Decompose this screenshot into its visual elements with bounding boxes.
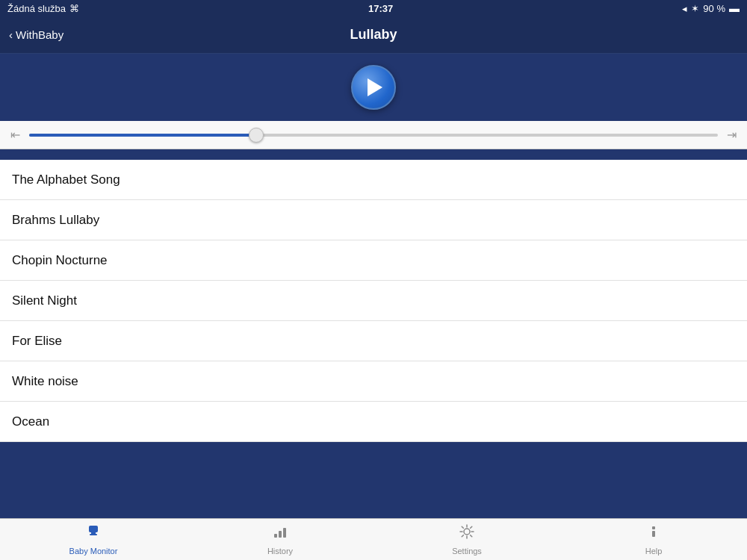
tab-settings[interactable]: Settings xyxy=(374,519,560,560)
song-item[interactable]: Silent Night xyxy=(0,281,747,321)
bottom-blue-area xyxy=(0,442,747,518)
tab-settings-label: Settings xyxy=(452,547,482,556)
song-item[interactable]: The Alphabet Song xyxy=(0,160,747,200)
history-icon xyxy=(272,523,288,544)
help-icon xyxy=(645,523,662,544)
play-triangle-icon xyxy=(368,78,382,96)
song-title: Silent Night xyxy=(12,293,77,308)
svg-rect-0 xyxy=(89,526,98,532)
svg-rect-7 xyxy=(652,531,655,537)
tab-bar: Baby Monitor History Settings xyxy=(0,518,747,560)
song-item[interactable]: For Elise xyxy=(0,321,747,361)
baby-monitor-icon xyxy=(85,523,102,544)
status-left: Žádná služba ⌘ xyxy=(7,3,79,14)
song-list: The Alphabet Song Brahms Lullaby Chopin … xyxy=(0,160,747,442)
status-bar: Žádná služba ⌘ 17:37 ◂ ✶ 90 % ▬ xyxy=(0,0,747,16)
svg-rect-4 xyxy=(279,531,282,538)
song-title: Ocean xyxy=(12,414,49,429)
play-button[interactable] xyxy=(351,65,396,110)
song-item[interactable]: Ocean xyxy=(0,402,747,442)
location-icon: ◂ xyxy=(682,3,687,14)
slider-section: ⇤ ⇥ xyxy=(0,121,747,149)
tab-help-label: Help xyxy=(645,547,663,556)
svg-rect-2 xyxy=(90,534,97,535)
nav-bar: ‹ WithBaby Lullaby xyxy=(0,16,747,54)
battery-text: 90 % xyxy=(703,3,725,14)
svg-rect-5 xyxy=(283,528,286,538)
song-title: Chopin Nocturne xyxy=(12,253,108,268)
song-title: White noise xyxy=(12,374,78,389)
svg-rect-1 xyxy=(91,532,96,534)
tab-baby-monitor[interactable]: Baby Monitor xyxy=(0,519,187,560)
dark-divider xyxy=(0,149,747,160)
battery-icon: ▬ xyxy=(729,2,740,14)
svg-rect-3 xyxy=(274,534,277,538)
player-section xyxy=(0,54,747,121)
tab-baby-monitor-label: Baby Monitor xyxy=(69,547,118,556)
song-item[interactable]: White noise xyxy=(0,361,747,402)
next-track-icon[interactable]: ⇥ xyxy=(727,128,737,142)
tab-history[interactable]: History xyxy=(187,519,374,560)
song-title: The Alphabet Song xyxy=(12,172,120,187)
wifi-icon: ⌘ xyxy=(69,3,79,14)
previous-track-icon[interactable]: ⇤ xyxy=(10,128,20,142)
back-button[interactable]: ‹ WithBaby xyxy=(9,28,63,41)
progress-slider[interactable] xyxy=(29,134,718,137)
status-time: 17:37 xyxy=(368,3,393,14)
slider-thumb[interactable] xyxy=(249,128,264,143)
slider-fill xyxy=(29,134,256,137)
back-label: WithBaby xyxy=(16,28,63,41)
back-chevron-icon: ‹ xyxy=(9,28,13,41)
nav-title: Lullaby xyxy=(350,27,397,43)
svg-rect-6 xyxy=(652,526,655,529)
tab-history-label: History xyxy=(267,547,293,556)
song-title: Brahms Lullaby xyxy=(12,213,99,228)
signal-text: Žádná služba xyxy=(7,3,66,14)
status-right: ◂ ✶ 90 % ▬ xyxy=(682,2,740,14)
tab-help[interactable]: Help xyxy=(560,519,747,560)
song-item[interactable]: Brahms Lullaby xyxy=(0,200,747,240)
settings-icon xyxy=(459,523,475,544)
song-title: For Elise xyxy=(12,334,62,349)
bluetooth-icon: ✶ xyxy=(691,3,699,14)
song-item[interactable]: Chopin Nocturne xyxy=(0,240,747,281)
